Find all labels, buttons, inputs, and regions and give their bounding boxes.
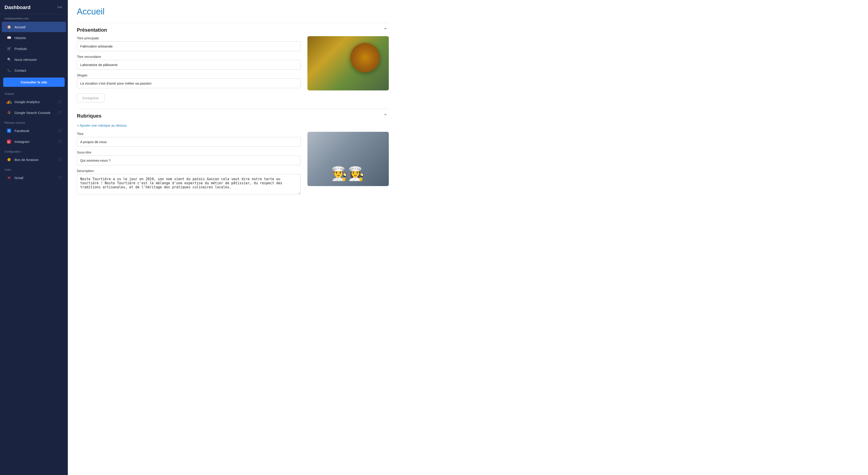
sous-titre-input[interactable] (77, 155, 301, 165)
description-row: Description Noste Tourtière a vu le jour… (77, 169, 301, 195)
titre-principale-label: Titre principale (77, 36, 301, 40)
sidebar-item-instagram[interactable]: ◎ Instagram (2, 136, 66, 147)
enregistrer-button[interactable]: Enregistrer (77, 94, 105, 102)
slogan-row: Slogan (77, 73, 301, 88)
sidebar-item-produits[interactable]: 🛒 Produits (2, 43, 66, 54)
external-link-icon (58, 129, 61, 132)
sidebar-item-accueil[interactable]: 🏠 Accueil (2, 22, 66, 32)
autre-section-label: Autre (0, 165, 68, 172)
presentation-content: Titre principale Titre secondaire Slogan… (77, 36, 389, 107)
phone-icon: 📞 (6, 68, 12, 73)
titre-rubrique-input[interactable] (77, 137, 301, 147)
couple-preview-image (307, 132, 389, 186)
presentation-form: Titre principale Titre secondaire Slogan… (77, 36, 301, 107)
external-link-icon (58, 111, 61, 114)
sidebar-item-label: Bon de livraison (14, 158, 58, 162)
home-icon: 🏠 (6, 24, 12, 30)
search-icon: 🔍 (6, 57, 12, 62)
sidebar-item-histoire[interactable]: 📖 Histoire (2, 33, 66, 43)
dot-orange-icon (6, 157, 12, 162)
sidebar-item-bon-de-livraison[interactable]: Bon de livraison (2, 154, 66, 165)
titre-principale-row: Titre principale (77, 36, 301, 51)
external-link-icon (58, 100, 61, 103)
description-textarea[interactable]: Noste Tourtière a vu le jour en 2019, so… (77, 174, 301, 195)
book-icon: 📖 (6, 35, 12, 40)
rubriques-toggle-button[interactable]: ⌃ (382, 113, 389, 119)
instagram-icon: ◎ (6, 139, 12, 144)
titre-principale-input[interactable] (77, 41, 301, 51)
bar-chart-icon (6, 99, 12, 105)
titre-secondaire-row: Titre secondaire (77, 55, 301, 70)
rubriques-form: Titre Sous-titre Description Noste Tourt… (77, 132, 301, 199)
presentation-image-col (307, 36, 389, 90)
page-title: Accueil (77, 7, 389, 17)
sidebar-item-label: Accueil (14, 25, 61, 29)
presentation-toggle-button[interactable]: ⌃ (382, 27, 389, 33)
titre-secondaire-input[interactable] (77, 60, 301, 70)
sidebar-header: Dashboard >> (0, 0, 68, 14)
sidebar-item-label: Google Search Console (14, 111, 58, 115)
sidebar-item-label: Histoire (14, 36, 61, 40)
consult-site-button[interactable]: Consulter le site (3, 78, 65, 87)
sidebar-collapse-button[interactable]: >> (56, 4, 63, 11)
slogan-label: Slogan (77, 73, 301, 77)
sidebar-item-label: Produits (14, 47, 61, 51)
sous-titre-label: Sous-titre (77, 150, 301, 154)
sidebar-item-label: Gmail (14, 176, 58, 180)
presentation-section-header[interactable]: Présentation ⌃ (77, 23, 389, 36)
slogan-input[interactable] (77, 79, 301, 88)
gmail-icon: M (6, 175, 12, 180)
rubriques-image-col (307, 132, 389, 186)
presentation-section: Présentation ⌃ Titre principale Titre se… (77, 23, 389, 107)
description-label: Description (77, 169, 301, 173)
titre-secondaire-label: Titre secondaire (77, 55, 301, 59)
sidebar-item-label: Google Analytics (14, 100, 58, 104)
configuration-section-label: Configuration (0, 147, 68, 154)
external-link-icon (58, 158, 61, 161)
google-icon: G (6, 110, 12, 115)
facebook-icon: f (6, 128, 12, 133)
rubriques-content: Titre Sous-titre Description Noste Tourt… (77, 132, 389, 199)
main-content: Accueil Présentation ⌃ Titre principale … (68, 0, 868, 475)
titre-rubrique-row: Titre (77, 132, 301, 147)
sidebar-item-contact[interactable]: 📞 Contact (2, 65, 66, 76)
rubriques-section-header[interactable]: Rubriques ⌃ (77, 109, 389, 122)
sidebar-item-label: Contact (14, 68, 61, 72)
sous-titre-row: Sous-titre (77, 150, 301, 165)
external-link-icon (58, 176, 61, 179)
add-rubrique-link[interactable]: + Ajouter une rubrique au dessus (77, 123, 127, 127)
presentation-section-title: Présentation (77, 27, 107, 33)
sidebar-item-label: Nous retrouver (14, 58, 61, 61)
cart-icon: 🛒 (6, 46, 12, 51)
rubriques-section: Rubriques ⌃ + Ajouter une rubrique au de… (77, 109, 389, 199)
sidebar-item-nous-retrouver[interactable]: 🔍 Nous retrouver (2, 54, 66, 65)
reseaux-sociaux-section-label: Réseaux sociaux (0, 118, 68, 125)
rubriques-section-title: Rubriques (77, 113, 101, 119)
external-link-icon (58, 140, 61, 143)
sidebar-item-label: Instagram (14, 140, 58, 144)
sidebar-item-gmail[interactable]: M Gmail (2, 173, 66, 183)
analyse-section-label: Analyse (0, 89, 68, 96)
sidebar-item-label: Facebook (14, 129, 58, 133)
tourtiere-preview-image (307, 36, 389, 90)
sidebar: Dashboard >> nostetourtiere.com 🏠 Accuei… (0, 0, 68, 475)
sidebar-item-google-search-console[interactable]: G Google Search Console (2, 108, 66, 118)
sidebar-item-facebook[interactable]: f Facebook (2, 125, 66, 136)
sidebar-title: Dashboard (4, 4, 31, 10)
site-label: nostetourtiere.com (0, 14, 68, 22)
titre-rubrique-label: Titre (77, 132, 301, 136)
sidebar-item-google-analytics[interactable]: Google Analytics (2, 96, 66, 107)
